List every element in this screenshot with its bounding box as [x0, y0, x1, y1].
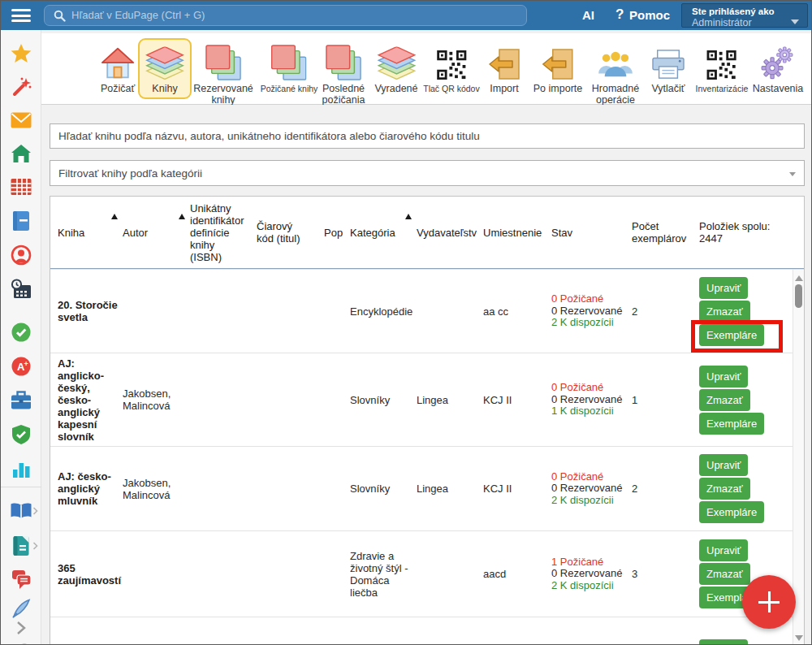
scroll-down-icon[interactable]	[795, 635, 803, 641]
sidebar-item-communication[interactable]	[1, 569, 41, 590]
toolbar-label: Vyradené	[374, 83, 417, 94]
toolbar-item-posledne-pozicania[interactable]: Posledné požičania	[311, 38, 376, 110]
sidebar-item-notes[interactable]	[1, 598, 41, 619]
toolbar-item-hromadne-operacie[interactable]: Hromadné operácie	[581, 38, 650, 110]
sidebar-item-library[interactable]	[1, 501, 41, 521]
person-icon	[11, 245, 32, 266]
hamburger-menu-icon[interactable]	[11, 9, 31, 22]
delete-button[interactable]: Zmazať	[699, 301, 750, 322]
book-status: 1 Požičané 0 Rezervované 2 K dispozícii	[551, 556, 632, 592]
table-row: Zdravie a životný štýl - Domáca liečba 0…	[50, 617, 804, 645]
table-scrollbar[interactable]	[793, 270, 804, 645]
toolbar-label: Import	[490, 83, 518, 94]
toolbar-item-rezervovane-knihy[interactable]: Rezervované knihy	[184, 38, 263, 110]
chevron-down-icon	[791, 19, 799, 24]
edit-button[interactable]: Upraviť	[699, 639, 748, 645]
stacked-pages-icon	[271, 41, 307, 80]
book-status: 0 Požičané 0 Rezervované 2 K dispozícii	[551, 293, 632, 329]
delete-button[interactable]: Zmazať	[699, 478, 750, 500]
row-actions: Upraviť Zmazať Exempláre	[699, 639, 792, 645]
chevron-down-icon	[789, 172, 796, 176]
table-row: 365 zaujímavostí Zdravie a životný štýl …	[50, 530, 804, 617]
col-header-umiestnenie[interactable]: Umiestnenie	[483, 227, 551, 239]
category-filter-select[interactable]: Filtrovať knihy podľa kategórii	[50, 160, 805, 186]
toolbar-item-vytlacit[interactable]: Vytlačiť	[646, 38, 691, 99]
toolbar-label: Inventarizácie	[696, 83, 749, 94]
col-header-stav[interactable]: Stav	[551, 227, 632, 239]
ai-button[interactable]: AI	[582, 8, 594, 22]
sidebar-item-admin[interactable]	[1, 424, 41, 445]
sidebar-item-timetable[interactable]	[1, 177, 41, 197]
sidebar-item-gradebook[interactable]	[1, 210, 41, 232]
house-icon	[99, 41, 136, 80]
sidebar-item-attendance[interactable]	[1, 322, 41, 343]
global-search-input[interactable]: Hľadať v EduPage (Ctrl + G)	[44, 5, 527, 26]
delete-button[interactable]: Zmazať	[699, 563, 750, 585]
help-question-icon[interactable]: ?	[615, 6, 624, 23]
sidebar-item-messages[interactable]	[1, 111, 41, 129]
help-button[interactable]: Pomoc	[629, 8, 670, 22]
sidebar-item-home[interactable]	[1, 144, 41, 163]
toolbar-item-vyradene[interactable]: Vyradené	[369, 38, 423, 99]
sidebar-divider	[1, 487, 41, 487]
scroll-up-icon[interactable]	[795, 275, 803, 281]
left-sidebar: A+	[1, 30, 41, 644]
sidebar-item-favorites[interactable]	[1, 43, 41, 64]
scrollbar-thumb[interactable]	[795, 284, 802, 308]
sort-asc-icon	[111, 214, 118, 219]
sidebar-item-agenda[interactable]	[1, 391, 41, 410]
edit-button[interactable]: Upraviť	[699, 539, 748, 561]
col-header-kniha[interactable]: Kniha	[58, 227, 123, 239]
edit-button[interactable]: Upraviť	[699, 454, 748, 476]
col-header-vydavatelstvo[interactable]: Vydavateľstv	[417, 227, 483, 239]
col-header-autor[interactable]: Autor	[123, 227, 190, 239]
col-header-isbn[interactable]: Unikátny identifikátor definície knihy (…	[190, 202, 257, 263]
timetable-grid-icon	[11, 177, 32, 197]
sidebar-item-wizard[interactable]	[1, 76, 41, 97]
table-header-row: Kniha Autor Unikátny identifikátor defin…	[50, 197, 804, 269]
toolbar-label: Po importe	[533, 83, 582, 94]
toolbar-item-nastavenia[interactable]: Nastavenia	[747, 38, 810, 99]
col-header-ciarovy-kod[interactable]: Čiarový kód (titul)	[257, 220, 324, 245]
sidebar-item-students[interactable]	[1, 245, 41, 266]
search-icon	[54, 10, 66, 22]
toolbar-label: Rezervované knihy	[189, 83, 257, 106]
edit-button[interactable]: Upraviť	[699, 366, 748, 387]
global-search-placeholder: Hľadať v EduPage (Ctrl + G)	[71, 6, 205, 25]
sidebar-item-grades[interactable]: A+	[1, 356, 41, 377]
edupage-library-app: Hľadať v EduPage (Ctrl + G) AI ? Pomoc S…	[0, 0, 812, 645]
toolbar-item-import[interactable]: Import	[482, 38, 526, 99]
sidebar-item-results[interactable]	[1, 459, 41, 478]
toolbar-label: Tlač QR kódov	[423, 83, 479, 94]
chevron-right-icon	[32, 542, 38, 550]
sidebar-expand-chevron[interactable]	[1, 621, 41, 635]
edit-button[interactable]: Upraviť	[699, 277, 748, 299]
toolbar-label: Knihy	[152, 83, 177, 94]
book-category: Slovníky	[350, 483, 417, 495]
toolbar-item-tlac-qr-kodov[interactable]: Tlač QR kódov	[417, 38, 485, 99]
copies-button[interactable]: Exempláre	[699, 501, 764, 523]
toolbar-item-pozicat[interactable]: Požičať	[93, 38, 142, 99]
sidebar-item-journal[interactable]	[1, 535, 41, 556]
import-door-icon	[488, 41, 520, 80]
toolbar-item-inventarizacie[interactable]: Inventarizácie	[690, 38, 754, 99]
add-book-fab[interactable]	[742, 575, 796, 629]
magic-wand-icon	[11, 76, 32, 97]
book-title: 20. Storočie svetla	[58, 299, 123, 323]
book-status: 0 Požičané 0 Rezervované 1 K dispozícii	[551, 382, 632, 418]
items-total: Položiek spolu: 2447	[699, 220, 792, 245]
book-category: Slovníky	[350, 394, 417, 406]
user-menu[interactable]: Ste prihlásený ako Administrátor	[681, 3, 808, 28]
top-bar: Hľadať v EduPage (Ctrl + G) AI ? Pomoc S…	[1, 1, 811, 30]
library-toolbar: Požičať Knihy Rezervované knihy Požičané…	[41, 33, 811, 105]
delete-button[interactable]: Zmazať	[699, 389, 750, 411]
plus-icon	[768, 591, 771, 613]
col-header-kategoria[interactable]: Kategória	[350, 227, 417, 239]
toolbar-item-po-importe[interactable]: Po importe	[528, 38, 588, 99]
qr-code-icon	[706, 41, 737, 80]
copies-button[interactable]: Exempláre	[699, 413, 764, 435]
sidebar-item-planner[interactable]	[1, 279, 41, 300]
col-header-pocet-exemplarov[interactable]: Počet exemplárov	[632, 220, 699, 245]
book-search-input[interactable]: Hľadať knihu podľa názvu, autora, unikát…	[50, 123, 805, 149]
col-header-pop[interactable]: Pop	[324, 227, 350, 239]
